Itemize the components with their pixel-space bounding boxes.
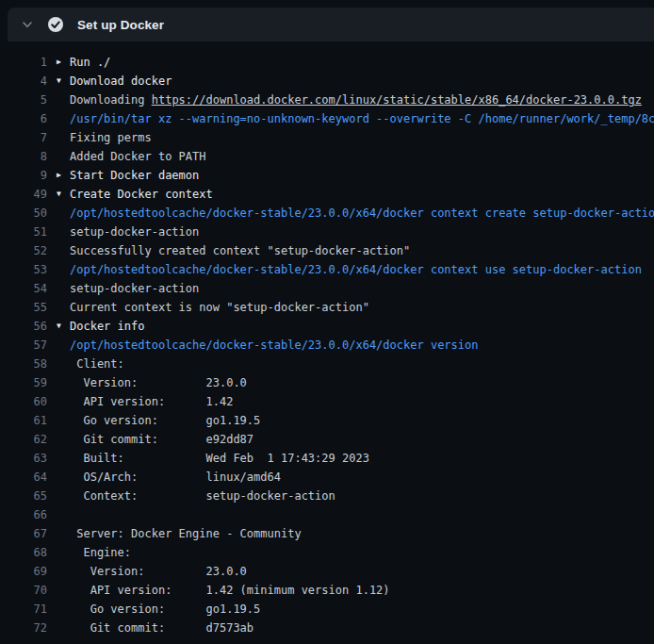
log-text: API version: 1.42 (70, 392, 233, 411)
log-text: setup-docker-action (70, 279, 199, 298)
log-line-row: 65 Context: setup-docker-action (0, 487, 654, 505)
expand-triangle-icon[interactable]: ▶ (57, 53, 70, 72)
step-header[interactable]: Set up Docker (8, 8, 654, 41)
log-group-row[interactable]: 1▶Run ./ (0, 53, 654, 72)
log-text: OS/Arch: linux/amd64 (70, 468, 281, 487)
log-text: Fixing perms (70, 128, 152, 147)
log-text: Version: 23.0.0 (70, 562, 247, 581)
log-line-row: 7Fixing perms (0, 128, 654, 147)
log-text: Git commit: d7573ab (70, 619, 253, 637)
line-number[interactable]: 66 (0, 505, 47, 524)
log-line-row: 69 Version: 23.0.0 (0, 562, 654, 581)
log-text: Start Docker daemon (70, 166, 199, 185)
log-link[interactable]: https://download.docker.com/linux/static… (152, 93, 642, 107)
log-group-row[interactable]: 49▼Create Docker context (0, 185, 654, 204)
line-number[interactable]: 4 (0, 72, 47, 91)
log-line-row: 51setup-docker-action (0, 223, 654, 241)
log-line-row: 52Successfully created context "setup-do… (0, 241, 654, 260)
log-line-row: 62 Git commit: e92dd87 (0, 430, 654, 449)
line-number[interactable]: 7 (0, 128, 47, 147)
line-number[interactable]: 8 (0, 147, 47, 166)
log-text: setup-docker-action (70, 223, 199, 241)
line-number[interactable]: 69 (0, 562, 47, 581)
log-line-row: 55Current context is now "setup-docker-a… (0, 298, 654, 317)
line-number[interactable]: 58 (0, 355, 47, 373)
log-line-row: 59 Version: 23.0.0 (0, 373, 654, 392)
line-number[interactable]: 5 (0, 91, 47, 109)
line-number[interactable]: 63 (0, 449, 47, 468)
step-title: Set up Docker (77, 18, 164, 32)
collapse-triangle-icon[interactable]: ▼ (57, 317, 70, 336)
line-number[interactable]: 50 (0, 204, 47, 223)
log-text: Client: (70, 355, 124, 373)
log-text: Version: 23.0.0 (70, 373, 247, 392)
log-text: Create Docker context (70, 185, 213, 204)
log-group-row[interactable]: 56▼Docker info (0, 317, 654, 336)
line-number[interactable]: 72 (0, 619, 47, 637)
log-lines: 1▶Run ./4▼Download docker5Downloading ht… (0, 41, 654, 637)
line-number[interactable]: 1 (0, 53, 47, 72)
line-number[interactable]: 68 (0, 543, 47, 562)
line-number[interactable]: 64 (0, 468, 47, 487)
collapse-triangle-icon[interactable]: ▼ (57, 185, 70, 204)
line-number[interactable]: 62 (0, 430, 47, 449)
log-text: Go version: go1.19.5 (70, 600, 260, 619)
log-text: Go version: go1.19.5 (70, 411, 260, 430)
log-text: Current context is now "setup-docker-act… (70, 298, 369, 317)
log-command-text: /opt/hostedtoolcache/docker-stable/23.0.… (70, 336, 478, 355)
line-number[interactable]: 56 (0, 317, 47, 336)
line-number[interactable]: 55 (0, 298, 47, 317)
log-text: Download docker (70, 72, 172, 91)
log-group-row[interactable]: 9▶Start Docker daemon (0, 166, 654, 185)
log-line-row: 8Added Docker to PATH (0, 147, 654, 166)
log-line-row: 60 API version: 1.42 (0, 392, 654, 411)
line-number[interactable]: 54 (0, 279, 47, 298)
log-text-segment: Downloading (70, 93, 152, 107)
log-line-row: 68 Engine: (0, 543, 654, 562)
line-number[interactable]: 71 (0, 600, 47, 619)
line-number[interactable]: 52 (0, 241, 47, 260)
success-check-icon (47, 16, 64, 33)
log-line-row: 50/opt/hostedtoolcache/docker-stable/23.… (0, 204, 654, 223)
line-number[interactable]: 57 (0, 336, 47, 355)
chevron-down-icon[interactable] (21, 18, 34, 31)
log-text: Server: Docker Engine - Community (70, 524, 302, 543)
log-line-row: 63 Built: Wed Feb 1 17:43:29 2023 (0, 449, 654, 468)
line-number[interactable]: 70 (0, 581, 47, 600)
log-command-text: /opt/hostedtoolcache/docker-stable/23.0.… (70, 260, 642, 279)
log-text: Added Docker to PATH (70, 147, 206, 166)
log-line-row: 5Downloading https://download.docker.com… (0, 91, 654, 109)
line-number[interactable]: 6 (0, 109, 47, 128)
log-text: Downloading https://download.docker.com/… (70, 91, 642, 109)
line-number[interactable]: 59 (0, 373, 47, 392)
line-number[interactable]: 9 (0, 166, 47, 185)
line-number[interactable]: 49 (0, 185, 47, 204)
log-line-row: 57/opt/hostedtoolcache/docker-stable/23.… (0, 336, 654, 355)
log-line-row: 71 Go version: go1.19.5 (0, 600, 654, 619)
log-command-text: /opt/hostedtoolcache/docker-stable/23.0.… (70, 204, 654, 223)
log-text: Context: setup-docker-action (70, 487, 335, 505)
log-line-row: 64 OS/Arch: linux/amd64 (0, 468, 654, 487)
log-line-row: 67 Server: Docker Engine - Community (0, 524, 654, 543)
log-line-row: 53/opt/hostedtoolcache/docker-stable/23.… (0, 260, 654, 279)
log-text: Git commit: e92dd87 (70, 430, 253, 449)
log-text: Engine: (70, 543, 131, 562)
line-number[interactable]: 65 (0, 487, 47, 505)
expand-triangle-icon[interactable]: ▶ (57, 166, 70, 185)
line-number[interactable]: 61 (0, 411, 47, 430)
line-number[interactable]: 53 (0, 260, 47, 279)
log-text: Docker info (70, 317, 144, 336)
log-text: Successfully created context "setup-dock… (70, 241, 410, 260)
line-number[interactable]: 60 (0, 392, 47, 411)
log-group-row[interactable]: 4▼Download docker (0, 72, 654, 91)
log-text: Run ./ (70, 53, 110, 72)
log-line-row: 54setup-docker-action (0, 279, 654, 298)
log-command-text: /usr/bin/tar xz --warning=no-unknown-key… (70, 109, 654, 128)
log-text: Built: Wed Feb 1 17:43:29 2023 (70, 449, 369, 468)
collapse-triangle-icon[interactable]: ▼ (57, 72, 70, 91)
line-number[interactable]: 67 (0, 524, 47, 543)
log-line-row: 70 API version: 1.42 (minimum version 1.… (0, 581, 654, 600)
log-line-row: 58 Client: (0, 355, 654, 373)
line-number[interactable]: 51 (0, 223, 47, 241)
log-line-row: 61 Go version: go1.19.5 (0, 411, 654, 430)
